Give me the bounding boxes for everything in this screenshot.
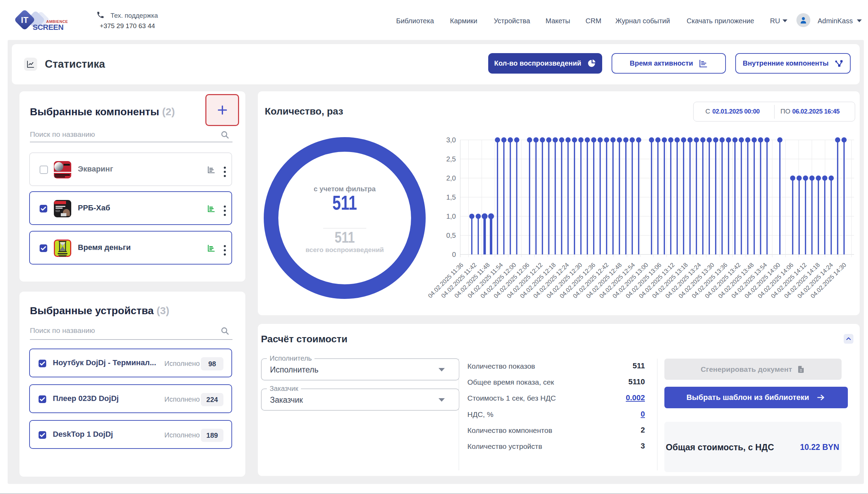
svg-text:2,5: 2,5 — [446, 155, 456, 163]
svg-text:2,0: 2,0 — [446, 174, 456, 182]
svg-text:1,5: 1,5 — [446, 193, 456, 201]
svg-text:0,5: 0,5 — [446, 232, 456, 239]
svg-text:1,0: 1,0 — [446, 212, 456, 220]
svg-text:3,0: 3,0 — [446, 136, 456, 144]
svg-text:0: 0 — [452, 251, 456, 258]
